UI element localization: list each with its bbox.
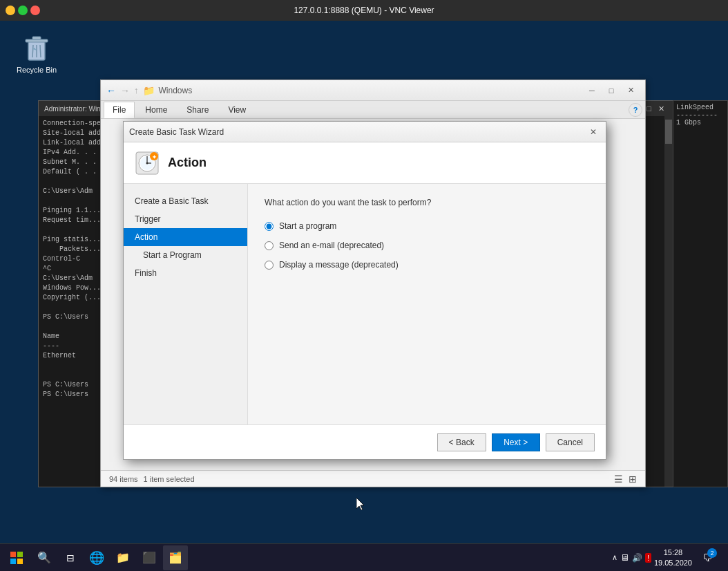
app-icon: 🗂️ — [169, 551, 182, 564]
start-icon — [10, 552, 23, 564]
wizard-step-create[interactable]: Create a Basic Task — [124, 192, 247, 210]
wizard-option-display-message-label: Display a message (deprecated) — [279, 260, 399, 270]
svg-line-5 — [40, 45, 41, 57]
wizard-dialog-title: Create Basic Task Wizard — [129, 127, 224, 137]
desktop: 127.0.0.1:8888 (QEMU) - VNC Viewer Recyc… — [0, 0, 728, 571]
wizard-option-start-program[interactable]: Start a program — [265, 221, 589, 231]
tray-warning-icon[interactable]: ! — [645, 553, 651, 563]
vnc-minimize-btn[interactable] — [6, 6, 15, 15]
mouse-cursor — [356, 498, 365, 510]
wizard-next-btn[interactable]: Next > — [492, 433, 540, 451]
explorer-item-selected: 1 item selected — [144, 475, 195, 483]
explorer-maximize-btn[interactable]: □ — [602, 84, 620, 97]
tray-volume-icon[interactable]: 🔊 — [632, 553, 642, 563]
wizard-close-btn[interactable]: ✕ — [586, 126, 600, 138]
svg-rect-14 — [10, 552, 16, 557]
wizard-titlebar: Create Basic Task Wizard ✕ — [124, 122, 606, 142]
notify-badge: 2 — [707, 548, 717, 558]
taskbar-ie-btn[interactable]: 🌐 — [84, 545, 109, 570]
svg-rect-17 — [17, 559, 23, 564]
taskbar-system-tray: ∧ 🖥 🔊 ! 15:28 19.05.2020 🗨 2 — [612, 545, 725, 570]
wizard-footer: < Back Next > Cancel — [124, 424, 606, 459]
svg-rect-2 — [32, 37, 41, 39]
explorer-forward-icon[interactable]: → — [120, 85, 130, 96]
wizard-step-trigger[interactable]: Trigger — [124, 210, 247, 228]
explorer-back-icon[interactable]: ← — [106, 85, 116, 96]
taskbar-time: 15:28 — [654, 547, 692, 557]
explorer-statusbar: 94 items 1 item selected ☰ ⊞ — [101, 470, 645, 487]
right-terminal-panel: LinkSpeed ---------- 1 Gbps — [673, 100, 728, 487]
explorer-tab-home[interactable]: Home — [136, 102, 176, 118]
wizard-step-start-program[interactable]: Start a Program — [124, 246, 247, 264]
vnc-titlebar: 127.0.0.1:8888 (QEMU) - VNC Viewer — [0, 0, 728, 21]
svg-rect-15 — [17, 552, 23, 557]
terminal-scrollbar-thumb[interactable] — [665, 120, 672, 144]
wizard-option-send-email[interactable]: Send an e-mail (deprecated) — [265, 241, 589, 250]
wizard-header-icon: ✦ — [135, 151, 160, 176]
wizard-cancel-btn[interactable]: Cancel — [546, 433, 595, 451]
svg-rect-1 — [26, 39, 48, 42]
wizard-radio-send-email[interactable] — [265, 241, 274, 250]
explorer-close-btn[interactable]: ✕ — [622, 84, 640, 97]
svg-marker-18 — [356, 498, 364, 510]
explorer-view-details-icon[interactable]: ☰ — [614, 474, 623, 485]
taskbar-search-btn[interactable]: 🔍 — [32, 545, 57, 570]
taskbar-app-btn[interactable]: 🗂️ — [163, 545, 188, 570]
wizard-radio-start-program[interactable] — [265, 222, 274, 231]
explorer-tab-share[interactable]: Share — [178, 102, 218, 118]
explorer-folder-icon: 📁 — [143, 85, 155, 96]
wizard-option-send-email-label: Send an e-mail (deprecated) — [279, 241, 384, 250]
explorer-help-icon[interactable]: ? — [629, 103, 642, 117]
svg-line-3 — [32, 45, 33, 57]
tray-network-icon[interactable]: 🖥 — [620, 552, 629, 563]
wizard-content: What action do you want the task to perf… — [248, 184, 606, 424]
taskbar-explorer-btn[interactable]: 📁 — [111, 545, 135, 570]
tray-chevron-icon[interactable]: ∧ — [612, 553, 617, 562]
explorer-ribbon: File Home Share View ? — [101, 101, 645, 119]
wizard-dialog: Create Basic Task Wizard ✕ ✦ Action — [123, 121, 606, 460]
svg-rect-16 — [10, 559, 16, 564]
explorer-icon: 📁 — [116, 551, 130, 564]
svg-text:✦: ✦ — [152, 154, 157, 160]
wizard-back-btn[interactable]: < Back — [437, 433, 486, 451]
taskbar-notify-btn[interactable]: 🗨 2 — [695, 545, 720, 570]
vnc-maximize-btn[interactable] — [18, 6, 28, 15]
recycle-bin-icon[interactable]: Recycle Bin — [12, 32, 61, 74]
explorer-titlebar: ← → ↑ 📁 Windows ─ □ ✕ — [101, 80, 645, 101]
explorer-up-icon[interactable]: ↑ — [134, 85, 139, 95]
explorer-item-count: 94 items — [109, 475, 138, 483]
wizard-step-finish[interactable]: Finish — [124, 264, 247, 282]
wizard-sidebar: Create a Basic Task Trigger Action Start… — [124, 184, 248, 424]
wizard-step-action[interactable]: Action — [124, 228, 247, 246]
svg-point-11 — [146, 162, 149, 164]
taskbar-clock[interactable]: 15:28 19.05.2020 — [654, 547, 692, 568]
taskbar: 🔍 ⊟ 🌐 📁 ⬛ 🗂️ ∧ 🖥 🔊 ! 15:2 — [0, 543, 728, 571]
vnc-close-btn[interactable] — [30, 6, 40, 15]
taskbar-date: 19.05.2020 — [654, 558, 692, 568]
explorer-minimize-btn[interactable]: ─ — [583, 84, 601, 97]
wizard-option-start-program-label: Start a program — [279, 221, 336, 231]
explorer-tab-file[interactable]: File — [104, 102, 135, 118]
vnc-title: 127.0.0.1:8888 (QEMU) - VNC Viewer — [40, 6, 688, 15]
explorer-view-large-icon[interactable]: ⊞ — [629, 474, 637, 485]
terminal-close-btn[interactable]: ✕ — [655, 104, 667, 113]
recycle-bin-label: Recycle Bin — [17, 66, 57, 74]
taskbar-task-view-btn[interactable]: ⊟ — [58, 545, 83, 570]
taskbar-terminal-btn[interactable]: ⬛ — [137, 545, 162, 570]
search-icon: 🔍 — [37, 551, 51, 564]
explorer-tab-view[interactable]: View — [219, 102, 255, 118]
wizard-radio-display-message[interactable] — [265, 261, 274, 270]
taskbar-start-btn[interactable] — [3, 545, 30, 570]
wizard-header: ✦ Action — [124, 142, 606, 184]
ie-icon: 🌐 — [89, 550, 104, 565]
terminal-icon: ⬛ — [142, 551, 156, 564]
wizard-body: Create a Basic Task Trigger Action Start… — [124, 184, 606, 424]
wizard-action-title: Action — [168, 156, 207, 170]
explorer-window-title: Windows — [159, 86, 193, 95]
wizard-option-display-message[interactable]: Display a message (deprecated) — [265, 260, 589, 270]
wizard-question: What action do you want the task to perf… — [265, 198, 589, 207]
task-view-icon: ⊟ — [66, 552, 75, 563]
terminal-scrollbar[interactable] — [664, 116, 673, 487]
